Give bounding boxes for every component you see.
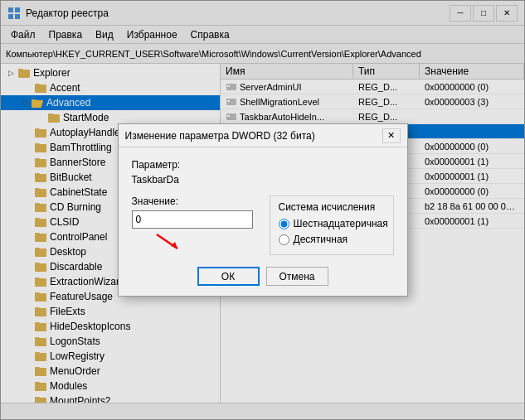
hex-radio[interactable]	[279, 219, 289, 229]
dec-radio[interactable]	[279, 234, 289, 245]
system-label: Система исчисления	[279, 201, 385, 213]
hex-radio-option[interactable]: Шестнадцатеричная	[279, 218, 385, 229]
dword-edit-dialog: Изменение параметра DWORD (32 бита) ✕ Па…	[118, 123, 408, 297]
dec-label: Десятичная	[294, 234, 348, 245]
value-label: Значение:	[132, 196, 253, 207]
modal-buttons: ОК Отмена	[132, 267, 394, 286]
red-arrow-icon	[148, 230, 198, 253]
param-name-value: TaskbarDa	[132, 174, 394, 186]
modal-close-button[interactable]: ✕	[382, 128, 401, 143]
modal-title: Изменение параметра DWORD (32 бита)	[125, 130, 382, 142]
cancel-button[interactable]: Отмена	[266, 267, 328, 286]
dec-radio-option[interactable]: Десятичная	[279, 234, 385, 245]
value-input[interactable]	[132, 210, 253, 229]
modal-body: Параметр: TaskbarDa Значение:	[119, 147, 407, 296]
value-section: Значение:	[132, 196, 253, 253]
ok-button[interactable]: ОК	[197, 267, 260, 286]
numeral-system-group: Система исчисления Шестнадцатеричная Дес…	[270, 196, 394, 255]
arrow-container	[132, 229, 253, 253]
value-row: Значение: Система исчисления	[132, 196, 394, 255]
modal-title-bar: Изменение параметра DWORD (32 бита) ✕	[119, 124, 407, 147]
numeral-system-section: Система исчисления Шестнадцатеричная Дес…	[270, 196, 394, 255]
param-label: Параметр:	[132, 159, 394, 171]
svg-marker-25	[171, 242, 177, 249]
hex-label: Шестнадцатеричная	[294, 218, 388, 229]
modal-overlay: Изменение параметра DWORD (32 бита) ✕ Па…	[0, 0, 525, 420]
